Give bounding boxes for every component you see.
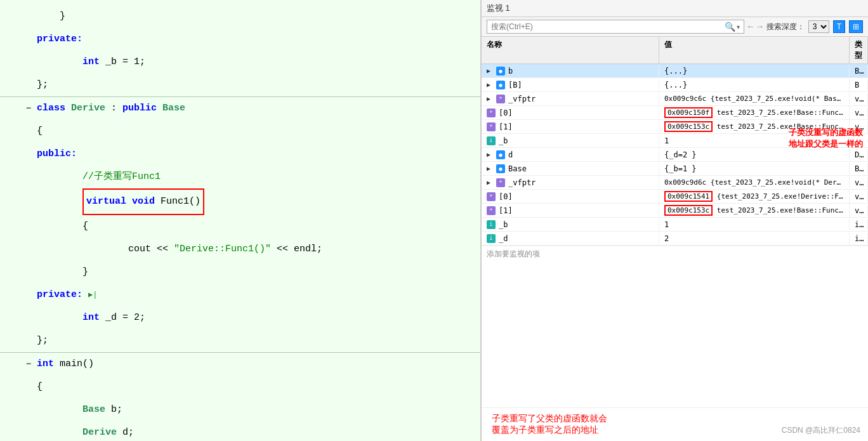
code-line: }; [0, 329, 480, 352]
type-cell: Derive [850, 149, 868, 161]
bottom-annotation-line1: 子类重写了父类的虚函数就会 [492, 413, 858, 425]
type-cell: void * [850, 205, 868, 216]
nav-back-icon[interactable]: ← [748, 22, 753, 32]
type-cell: int [850, 233, 868, 244]
code-content: virtual void Func1() [34, 188, 480, 215]
code-content: public: [34, 143, 480, 166]
search-input[interactable] [491, 22, 725, 31]
code-content: Derive d; [34, 421, 480, 441]
name-cell: ▶ ● Base [482, 163, 659, 174]
expand-arrow[interactable]: ▶ [487, 151, 494, 158]
watch-bottom-annotations: 子类重写了父类的虚函数就会 覆盖为子类重写之后的地址 CSDN @高比拜仁082… [482, 407, 868, 441]
name-cell: i _d [482, 233, 659, 244]
value-cell: {...} [659, 79, 850, 91]
code-content: cout << "Derive::Func1()" << endl; [34, 238, 480, 261]
watch-row-b[interactable]: ▶ ● b {...} Base {B} [482, 64, 868, 78]
watch-window: 监视 1 🔍 ▾ ← → 搜索深度： 3 1 2 5 T ⊞ 名称 值 [482, 0, 868, 407]
code-content: Base b; [34, 398, 480, 421]
code-content: int _b = 1; [34, 51, 480, 74]
watch-row-d[interactable]: ▶ ● d {_d=2 } Derive [482, 148, 868, 162]
watch-title: 监视 1 [487, 3, 510, 13]
expand-arrow[interactable]: ▶ [487, 81, 494, 88]
watch-row-d-int[interactable]: i _d 2 int [482, 232, 868, 246]
collapse-minus-main[interactable]: − [23, 353, 34, 376]
code-line: Derive d; [0, 421, 480, 441]
code-line: int _b = 1; [0, 51, 480, 74]
int-icon: i [487, 136, 496, 145]
obj-icon: ● [496, 150, 505, 159]
code-line: private: [0, 28, 480, 51]
expand-arrow[interactable]: ▶ [487, 179, 494, 186]
watch-row-0-b[interactable]: * [0] 0x009c150f test_2023_7_25.exe!Base… [482, 106, 868, 120]
watch-row-1-b[interactable]: * [1] 0x009c153c test_2023_7_25.exe!Base… [482, 120, 868, 134]
code-content: } [34, 5, 480, 28]
expand-arrow[interactable]: ▶ [487, 67, 494, 74]
expand-arrow[interactable]: ▶ [487, 95, 494, 102]
ptr-icon: * [496, 178, 505, 187]
watch-row-vfptr2[interactable]: ▶ * _vfptr 0x009c9d6c {test_2023_7_25.ex… [482, 176, 868, 190]
value-red-box: 0x009c153c [664, 205, 713, 216]
watch-row-1-d[interactable]: * [1] 0x009c153c test_2023_7_25.exe!Base… [482, 204, 868, 218]
type-cell: void ** [850, 93, 868, 105]
code-content: }; [34, 74, 480, 96]
expand-all-button[interactable]: ⊞ [849, 20, 863, 33]
code-line: Base b; [0, 398, 480, 421]
watch-panel: 监视 1 🔍 ▾ ← → 搜索深度： 3 1 2 5 T ⊞ 名称 值 [482, 0, 868, 441]
type-cell: int [850, 219, 868, 230]
col-type: 类型 [850, 37, 868, 63]
nav-forward-icon[interactable]: → [757, 22, 762, 32]
search-icon[interactable]: 🔍 [725, 22, 735, 32]
watch-table: ▶ ● b {...} Base {B} ▶ ● [B] {...} B [482, 64, 868, 407]
code-line: public: [0, 143, 480, 166]
row-name: _d [499, 234, 508, 243]
ptr-icon: * [487, 122, 496, 131]
type-cell: void * [850, 107, 868, 119]
pin-button[interactable]: T [833, 20, 845, 33]
expand-arrow[interactable]: ▶ [487, 165, 494, 172]
search-box[interactable]: 🔍 ▾ [487, 20, 744, 34]
code-line-class-derive: − class Derive : public Base [0, 97, 480, 120]
type-cell: void ** [850, 177, 868, 188]
watch-row-0-d[interactable]: * [0] 0x009c1541 {test_2023_7_25.exe!Der… [482, 190, 868, 204]
add-watch-label[interactable]: 添加要监视的项 [482, 246, 868, 262]
code-content: int _d = 2; [34, 306, 480, 329]
name-cell: ▶ * _vfptr [482, 177, 659, 188]
value-cell: {_d=2 } [659, 149, 850, 161]
obj-icon: ● [496, 164, 505, 173]
int-icon: i [487, 234, 496, 243]
depth-select[interactable]: 3 1 2 5 [808, 20, 829, 33]
col-name: 名称 [482, 37, 659, 63]
code-content: { [34, 376, 480, 398]
collapse-minus[interactable]: − [23, 97, 34, 120]
obj-icon: ● [496, 67, 505, 76]
row-name: d [508, 150, 513, 159]
value-cell: {...} [659, 65, 850, 77]
watch-row-b-int[interactable]: i _b 1 [482, 134, 868, 148]
watch-row-vfptr1[interactable]: ▶ * _vfptr 0x009c9c6c {test_2023_7_25.ex… [482, 92, 868, 106]
code-content: { [34, 120, 480, 143]
value-cell: 1 [659, 219, 850, 230]
value-red-box: 0x009c150f [664, 107, 713, 118]
obj-icon: ● [496, 81, 505, 89]
watch-title-bar: 监视 1 [482, 0, 868, 17]
name-cell: ▶ * _vfptr [482, 93, 659, 105]
code-line: { [0, 120, 480, 143]
csdn-watermark: CSDN @高比拜仁0824 [782, 425, 860, 436]
value-red-box: 0x009c153c [664, 121, 713, 132]
value-cell: 0x009c150f test_2023_7_25.exe!Base::Func… [659, 106, 850, 119]
type-cell: Base {B} [850, 65, 868, 77]
value-cell: 0x009c153c test_2023_7_25.exe!Base::Func… [659, 204, 850, 217]
name-cell: * [1] [482, 205, 659, 216]
value-red-box: 0x009c1541 [664, 191, 713, 202]
ptr-icon: * [487, 109, 496, 117]
watch-row-B[interactable]: ▶ ● [B] {...} B [482, 78, 868, 92]
code-editor: } private: int _b = 1; }; − class Derive… [0, 0, 482, 441]
search-dropdown[interactable]: ▾ [737, 23, 740, 30]
ptr-icon: * [496, 95, 505, 103]
row-name: _vfptr [508, 178, 536, 187]
watch-row-b-int2[interactable]: i _b 1 int [482, 218, 868, 232]
watch-table-header: 名称 值 类型 [482, 37, 868, 64]
value-cell: 0x009c9c6c {test_2023_7_25.exe!void(* Ba… [659, 93, 850, 104]
int-icon: i [487, 220, 496, 229]
watch-row-Base[interactable]: ▶ ● Base {_b=1 } Base [482, 162, 868, 176]
